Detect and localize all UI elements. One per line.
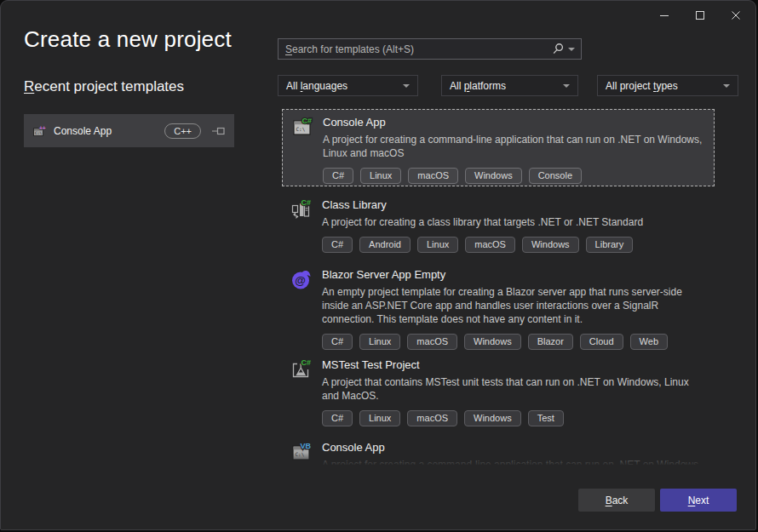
tag: C# [322, 334, 353, 350]
languages-rest: anguages [302, 80, 347, 92]
all-platforms-label: All platforms [450, 80, 506, 92]
svg-text:C#: C# [301, 358, 311, 367]
tag: C# [322, 237, 353, 253]
template-item-console-app-vb[interactable]: C:\ VB Console App A project for creatin… [282, 435, 715, 465]
tag: Linux [360, 168, 401, 184]
maximize-button[interactable] [682, 3, 718, 28]
chevron-down-icon [568, 48, 575, 51]
platforms-pre: All [450, 80, 464, 92]
template-tags: C# Linux macOS Windows Test [322, 410, 708, 426]
search-button[interactable] [552, 43, 581, 55]
recent-item-console-app-cpp[interactable]: C:\ ++ Console App C++ [24, 114, 234, 147]
csharp-mstest-icon: C# [290, 358, 313, 380]
template-tags: C# Linux macOS Windows Console [323, 168, 707, 184]
back-label-accel: B [606, 495, 612, 506]
svg-text:C#: C# [301, 198, 311, 207]
project-types-rest: ypes [656, 80, 677, 92]
tag: Windows [464, 410, 521, 426]
project-types-pre: All project [606, 80, 653, 92]
search-placeholder-rest: earch for templates (Alt+S) [292, 43, 414, 55]
tag: Linux [359, 334, 400, 350]
tag: Windows [522, 237, 579, 253]
page-title: Create a new project [24, 26, 232, 53]
csharp-class-library-icon: C# [290, 198, 313, 220]
create-new-project-dialog: Create a new project Recent project temp… [0, 0, 756, 530]
template-name: Blazor Server App Empty [322, 267, 708, 282]
tag: Windows [465, 168, 522, 184]
tag: Linux [359, 410, 400, 426]
tag: C# [322, 410, 353, 426]
template-item-console-app-csharp[interactable]: C:\ C# Console App A project for creatin… [282, 109, 715, 186]
minimize-button[interactable] [646, 3, 682, 28]
tag: macOS [407, 410, 457, 426]
next-button[interactable]: Next [660, 489, 737, 512]
minimize-icon [659, 10, 669, 20]
tag: Library [586, 237, 634, 253]
chevron-down-icon [403, 84, 410, 88]
language-badge: C++ [164, 123, 201, 139]
languages-pre: All [286, 80, 301, 92]
recent-item-name: Console App [54, 125, 164, 137]
pin-icon [211, 124, 226, 138]
platforms-rest: latforms [469, 80, 506, 92]
svg-text:C#: C# [301, 117, 312, 125]
back-label-rest: ack [612, 495, 629, 506]
tag: Console [529, 168, 582, 184]
cpp-console-app-icon: C:\ ++ [32, 124, 46, 138]
template-body: Console App A project for creating a com… [323, 115, 707, 180]
blazor-icon: @ [290, 268, 313, 290]
svg-text:C:\: C:\ [35, 130, 42, 134]
tag: Test [528, 410, 564, 426]
search-placeholder-accel: S [285, 43, 292, 55]
svg-text:@: @ [295, 274, 306, 287]
tag: Web [630, 334, 668, 350]
maximize-icon [695, 10, 705, 20]
chevron-down-icon [563, 84, 570, 88]
template-description: A project for creating a command-line ap… [322, 458, 708, 465]
template-body: Blazor Server App Empty An empty project… [322, 267, 708, 350]
tag: Android [359, 237, 411, 253]
close-button[interactable] [718, 3, 754, 28]
template-description: A project that contains MSTest unit test… [322, 375, 708, 403]
recent-templates-heading: Recent project templates [24, 78, 184, 95]
template-item-class-library[interactable]: C# Class Library A project for creating … [282, 192, 715, 258]
all-languages-dropdown[interactable]: All languages [278, 75, 418, 96]
template-description: A project for creating a command-line ap… [323, 133, 707, 160]
tag: macOS [465, 237, 515, 253]
all-project-types-dropdown[interactable]: All project types [597, 75, 738, 96]
recent-heading-rest: ecent project templates [34, 78, 184, 94]
window-controls [646, 3, 754, 28]
tag: macOS [407, 334, 457, 350]
template-body: Class Library A project for creating a c… [322, 197, 708, 253]
all-project-types-label: All project types [606, 80, 678, 92]
svg-text:C:\: C:\ [296, 126, 306, 132]
title-bar[interactable] [1, 1, 755, 30]
pin-button[interactable] [211, 124, 226, 138]
tag: Cloud [580, 334, 623, 350]
tag: macOS [408, 168, 458, 184]
tag: C# [323, 168, 353, 184]
template-tags: C# Linux macOS Windows Blazor Cloud Web [322, 334, 708, 350]
csharp-console-app-icon: C:\ C# [291, 116, 313, 138]
search-icon [552, 43, 565, 55]
vb-console-app-icon: C:\ VB [290, 441, 313, 463]
template-body: MSTest Test Project A project that conta… [322, 358, 708, 426]
svg-text:C:\: C:\ [296, 451, 305, 457]
template-description: An empty project template for creating a… [322, 285, 708, 326]
template-item-blazor-server-app-empty[interactable]: @ Blazor Server App Empty An empty proje… [282, 262, 715, 355]
next-label-rest: ext [695, 495, 709, 506]
template-description: A project for creating a class library t… [322, 215, 708, 229]
template-name: Class Library [322, 197, 708, 212]
tag: Blazor [528, 334, 573, 350]
template-body: Console App A project for creating a com… [322, 440, 708, 465]
recent-heading-accel: R [24, 78, 34, 94]
back-button[interactable]: Back [578, 489, 655, 512]
all-platforms-dropdown[interactable]: All platforms [441, 75, 578, 96]
template-item-mstest-test-project[interactable]: C# MSTest Test Project A project that co… [282, 352, 715, 432]
chevron-down-icon [723, 84, 730, 88]
all-languages-label: All languages [286, 80, 347, 92]
svg-text:VB: VB [300, 442, 311, 450]
svg-text:++: ++ [39, 124, 46, 130]
close-icon [731, 10, 741, 20]
search-input[interactable]: Search for templates (Alt+S) [278, 38, 582, 60]
